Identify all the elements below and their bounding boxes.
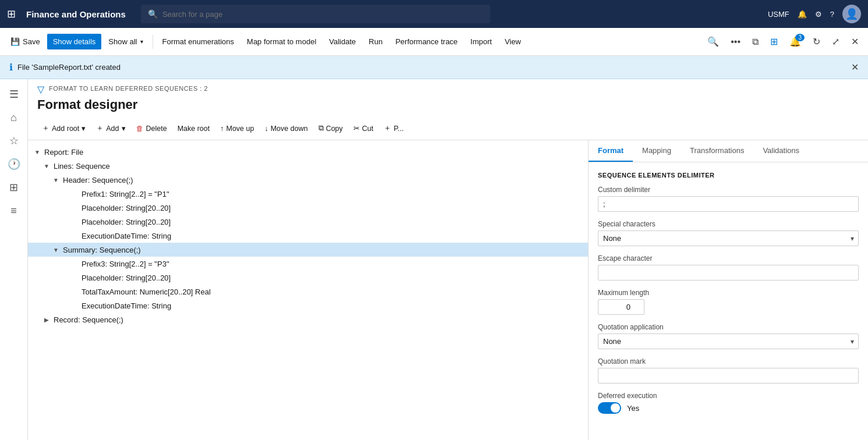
- settings-icon[interactable]: ⚙: [815, 10, 822, 19]
- search-bar[interactable]: 🔍: [141, 5, 490, 23]
- deferred-execution-label: Deferred execution: [598, 392, 859, 400]
- escape-character-input[interactable]: [598, 265, 859, 281]
- sidebar-star-icon[interactable]: ☆: [3, 130, 24, 151]
- expand-lines[interactable]: ▼: [42, 161, 51, 171]
- notification-icon[interactable]: 🔔: [798, 10, 807, 19]
- expand-prefix3: [70, 259, 79, 268]
- format-enumerations-button[interactable]: Format enumerations: [157, 34, 240, 49]
- map-format-button[interactable]: Map format to model: [241, 34, 322, 49]
- tree-item-totaltaxamount[interactable]: TotalTaxAmount: Numeric[20..20] Real: [28, 285, 588, 299]
- right-panel: Format Mapping Transformations Validatio…: [589, 140, 868, 440]
- tree-item-executiondatetime1[interactable]: ExecutionDateTime: String: [28, 229, 588, 243]
- move-up-icon: ↑: [220, 125, 224, 133]
- move-up-button[interactable]: ↑ Move up: [215, 122, 258, 136]
- tree-label-record-sequence: Record: Sequence(;): [54, 315, 123, 324]
- help-icon[interactable]: ?: [830, 10, 834, 19]
- custom-delimiter-label: Custom delimiter: [598, 186, 859, 194]
- special-characters-select[interactable]: None CR LF CRLF Tab: [598, 230, 859, 246]
- right-panel-content: SEQUENCE ELEMENTS DELIMITER Custom delim…: [589, 162, 868, 440]
- tree-item-header-sequence[interactable]: ▼ Header: Sequence(;): [28, 173, 588, 187]
- badge-icon[interactable]: 3 🔔: [785, 33, 806, 51]
- field-deferred-execution: Deferred execution Yes: [598, 392, 859, 414]
- tree-item-placeholder3[interactable]: Placeholder: String[20..20]: [28, 271, 588, 285]
- maximum-length-input[interactable]: [598, 299, 644, 315]
- tree-item-placeholder1[interactable]: Placeholder: String[20..20]: [28, 201, 588, 215]
- panel-area: ▼ Report: File ▼ Lines: Sequence ▼ Heade…: [28, 140, 868, 440]
- sidebar-menu-icon[interactable]: ☰: [3, 84, 24, 105]
- expand-report[interactable]: ▼: [33, 147, 42, 157]
- tree-item-executiondatetime2[interactable]: ExecutionDateTime: String: [28, 299, 588, 313]
- tab-validations[interactable]: Validations: [753, 140, 809, 162]
- add-button[interactable]: ＋ Add ▾: [91, 120, 130, 136]
- quotation-application-select[interactable]: None All Strings only: [598, 333, 859, 349]
- performance-trace-label: Performance trace: [395, 37, 458, 46]
- office-icon[interactable]: ⊞: [766, 33, 782, 51]
- filter-icon[interactable]: ▽: [37, 84, 44, 95]
- paste-button[interactable]: ＋ P...: [379, 120, 408, 136]
- expand-record[interactable]: ▶: [42, 315, 51, 324]
- section-title: SEQUENCE ELEMENTS DELIMITER: [598, 172, 859, 179]
- move-down-label: Move down: [271, 125, 308, 133]
- info-icon: ℹ: [9, 62, 13, 73]
- map-format-label: Map format to model: [247, 37, 316, 46]
- format-enumerations-label: Format enumerations: [162, 37, 235, 46]
- tab-transformations[interactable]: Transformations: [681, 140, 753, 162]
- run-button[interactable]: Run: [363, 34, 388, 49]
- view-label: View: [505, 37, 521, 46]
- tree-item-prefix3[interactable]: Prefix3: String[2..2] = "P3": [28, 257, 588, 271]
- show-details-button[interactable]: Show details: [47, 34, 102, 49]
- grid-icon[interactable]: ⊞: [7, 8, 16, 20]
- paste-label: P...: [394, 125, 403, 133]
- save-button[interactable]: 💾 Save: [5, 34, 46, 49]
- make-root-button[interactable]: Make root: [173, 122, 215, 136]
- search-toolbar-icon[interactable]: 🔍: [703, 33, 724, 51]
- connections-icon[interactable]: ⧉: [747, 33, 763, 51]
- field-custom-delimiter: Custom delimiter: [598, 186, 859, 212]
- deferred-execution-toggle-row: Yes: [598, 402, 859, 414]
- tree-panel: ▼ Report: File ▼ Lines: Sequence ▼ Heade…: [28, 140, 589, 440]
- expand-placeholder3: [70, 273, 79, 282]
- add-root-arrow: ▾: [82, 124, 86, 133]
- sidebar-recent-icon[interactable]: 🕐: [3, 154, 24, 175]
- top-nav: ⊞ Finance and Operations 🔍 USMF 🔔 ⚙ ? 👤: [0, 0, 868, 28]
- show-all-button[interactable]: Show all ▾: [102, 34, 148, 49]
- sidebar-home-icon[interactable]: ⌂: [3, 107, 24, 128]
- view-button[interactable]: View: [499, 34, 527, 49]
- tree-item-placeholder2[interactable]: Placeholder: String[20..20]: [28, 215, 588, 229]
- expand-header[interactable]: ▼: [51, 175, 61, 184]
- breadcrumb: FORMAT TO LEARN DEFERRED SEQUENCES : 2: [49, 85, 208, 92]
- cut-button[interactable]: ✂ Cut: [349, 121, 378, 136]
- search-input[interactable]: [162, 10, 483, 19]
- info-close-button[interactable]: ✕: [851, 62, 859, 73]
- add-root-button[interactable]: ＋ Add root ▾: [37, 120, 90, 136]
- validate-label: Validate: [329, 37, 356, 46]
- custom-delimiter-input[interactable]: [598, 196, 859, 212]
- sidebar-workspace-icon[interactable]: ⊞: [3, 177, 24, 198]
- tree-label-prefix3: Prefix3: String[2..2] = "P3": [82, 260, 169, 268]
- more-options-icon[interactable]: •••: [726, 33, 745, 51]
- close-toolbar-icon[interactable]: ✕: [846, 33, 863, 51]
- sidebar-list-icon[interactable]: ≡: [3, 200, 24, 221]
- special-characters-select-wrap: None CR LF CRLF Tab ▾: [598, 230, 859, 246]
- refresh-icon[interactable]: ↻: [808, 33, 825, 51]
- expand-summary[interactable]: ▼: [51, 245, 61, 254]
- main-toolbar: 💾 Save Show details Show all ▾ Format en…: [0, 28, 868, 56]
- tab-format[interactable]: Format: [589, 140, 633, 162]
- performance-trace-button[interactable]: Performance trace: [389, 34, 463, 49]
- tree-item-record-sequence[interactable]: ▶ Record: Sequence(;): [28, 313, 588, 327]
- copy-button[interactable]: ⧉ Copy: [314, 121, 348, 136]
- tree-item-lines-sequence[interactable]: ▼ Lines: Sequence: [28, 159, 588, 173]
- delete-icon: 🗑: [136, 125, 144, 133]
- quotation-mark-input[interactable]: [598, 368, 859, 384]
- deferred-execution-toggle[interactable]: [598, 402, 621, 414]
- validate-button[interactable]: Validate: [323, 34, 362, 49]
- move-down-button[interactable]: ↓ Move down: [260, 122, 312, 136]
- tree-item-report-file[interactable]: ▼ Report: File: [28, 145, 588, 159]
- open-new-icon[interactable]: ⤢: [827, 33, 844, 51]
- import-button[interactable]: Import: [465, 34, 498, 49]
- tree-item-summary-sequence[interactable]: ▼ Summary: Sequence(;): [28, 243, 588, 257]
- delete-button[interactable]: 🗑 Delete: [132, 122, 172, 136]
- tree-item-prefix1[interactable]: Prefix1: String[2..2] = "P1": [28, 187, 588, 201]
- avatar[interactable]: 👤: [842, 5, 861, 23]
- tab-mapping[interactable]: Mapping: [633, 140, 681, 162]
